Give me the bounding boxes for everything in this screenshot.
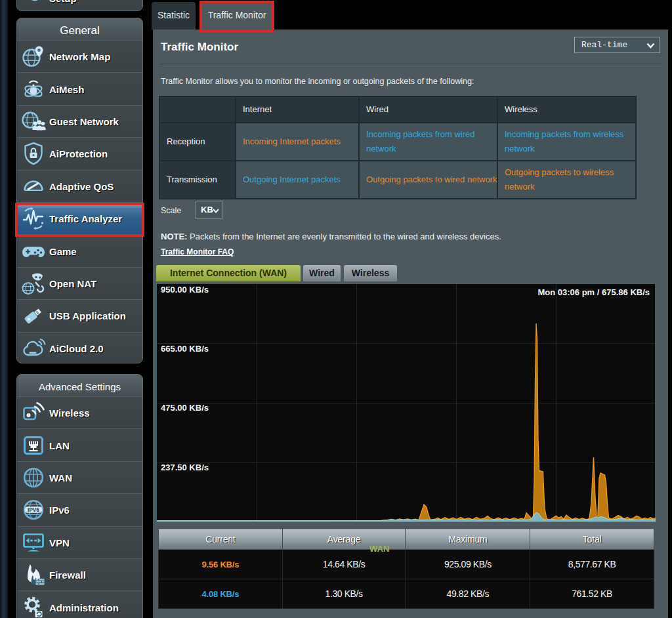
svg-text:IPV6: IPV6: [28, 507, 39, 513]
